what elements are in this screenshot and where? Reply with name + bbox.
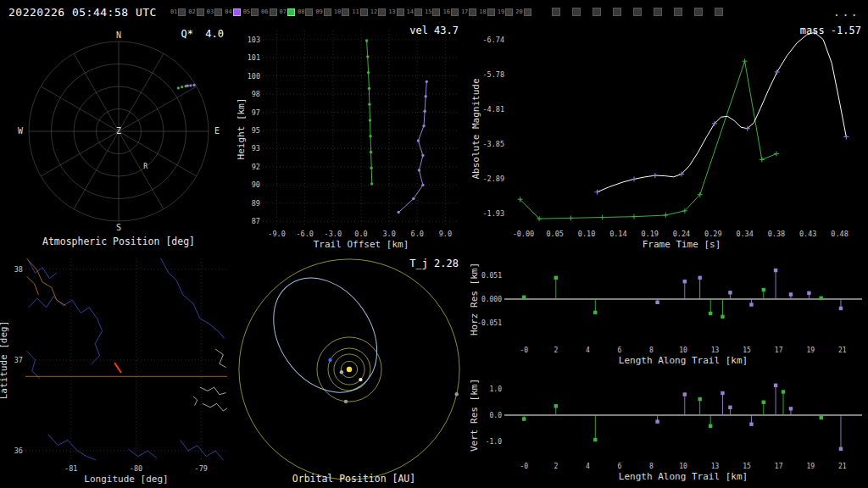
residual-point — [522, 417, 526, 420]
residual-point — [709, 424, 712, 428]
frame-box[interactable] — [397, 8, 404, 16]
x-tick-label: 0.19 — [641, 230, 658, 238]
y-tick-label: 38 — [14, 265, 23, 274]
lightcurve-purple-marker — [843, 135, 849, 140]
y-tick-label: -4.81 — [482, 105, 504, 114]
frame-box[interactable] — [251, 8, 259, 16]
station-purple-point — [189, 84, 192, 86]
x-axis-label: Frame Time [s] — [643, 239, 721, 249]
polar-spoke — [74, 131, 119, 209]
frame-selector-08[interactable]: 08 — [298, 8, 313, 16]
x-tick-label: 0.24 — [673, 230, 690, 238]
magnitude-vs-time-plot: -0.000.050.100.140.190.240.290.340.380.4… — [470, 24, 868, 249]
residual-point — [655, 419, 659, 423]
y-tick-label: 100 — [248, 72, 260, 80]
frame-box-extra[interactable] — [715, 8, 723, 16]
atmospheric-plot-title: Atmospheric Position [deg] — [0, 236, 237, 247]
y-tick-label: 103 — [248, 36, 260, 44]
y-tick-label: 90 — [252, 180, 260, 189]
frame-box-extra[interactable] — [572, 8, 581, 16]
frame-box[interactable] — [378, 8, 386, 16]
frame-box[interactable] — [487, 8, 495, 16]
river — [161, 258, 225, 338]
panel-atmospheric-position: NSEWZR Q* 4.0 Atmospheric Position [deg] — [0, 24, 237, 249]
frame-box[interactable] — [505, 8, 513, 16]
polar-spoke — [119, 53, 164, 131]
frame-box[interactable] — [451, 8, 459, 16]
frame-selector-05[interactable]: 05 — [243, 8, 259, 16]
station-purple-point — [192, 84, 195, 86]
frame-box[interactable] — [360, 8, 368, 16]
frame-box[interactable] — [342, 8, 349, 16]
frame-selector-01[interactable]: 01 — [170, 8, 186, 16]
y-tick-label: -0.051 — [477, 319, 502, 327]
frame-selector-10[interactable]: 10 — [334, 8, 349, 16]
frame-selector-15[interactable]: 15 — [425, 8, 440, 16]
frame-box-extra[interactable] — [593, 8, 601, 16]
x-tick-label: -79 — [195, 464, 208, 473]
frame-box[interactable] — [214, 8, 222, 16]
x-tick-label: 0.38 — [768, 230, 785, 238]
residual-point — [839, 307, 843, 310]
x-tick-label: -81 — [64, 464, 77, 473]
frame-box-extra[interactable] — [552, 8, 560, 16]
panel-light-curve: -0.000.050.100.140.190.240.290.340.380.4… — [470, 24, 868, 249]
frame-selector-04[interactable]: 04 — [225, 8, 240, 16]
residual-point — [721, 315, 724, 319]
residual-point — [789, 407, 793, 410]
frame-selector-07[interactable]: 07 — [280, 8, 295, 16]
x-tick-label: 2 — [554, 347, 558, 354]
frame-number: 14 — [407, 9, 414, 15]
orbital-plot-title: Orbital Position [AU] — [237, 473, 470, 485]
y-tick-label: -2.89 — [482, 175, 504, 183]
frame-selector-03[interactable]: 03 — [207, 8, 222, 16]
residual-point — [683, 392, 687, 396]
residual-point — [721, 391, 724, 395]
x-tick-label: 6.0 — [411, 230, 424, 238]
x-tick-label: -80 — [130, 464, 142, 473]
frame-selector-11[interactable]: 11 — [352, 8, 367, 16]
lake-shore — [193, 396, 198, 406]
frame-box-extra[interactable] — [654, 8, 662, 16]
frame-box[interactable] — [270, 8, 277, 16]
y-tick-label: -3.85 — [482, 140, 504, 148]
residual-point — [522, 296, 526, 299]
frame-box[interactable] — [287, 8, 295, 16]
frame-box[interactable] — [233, 8, 241, 16]
trail-purple-line — [398, 81, 426, 212]
frame-selector-02[interactable]: 02 — [188, 8, 203, 16]
vertical-residuals-plot: -024681013151719211.00.0-1.0Length Along… — [470, 368, 868, 488]
x-tick-label: 13 — [711, 347, 720, 354]
frame-box[interactable] — [524, 8, 531, 16]
frame-selector-09[interactable]: 09 — [315, 8, 331, 16]
frame-box[interactable] — [324, 8, 331, 16]
frame-selector-20[interactable]: 20 — [515, 8, 531, 16]
frame-selector-06[interactable]: 06 — [261, 8, 276, 16]
frame-box[interactable] — [469, 8, 476, 16]
residual-point — [728, 291, 732, 294]
compass-east-label: E — [214, 126, 220, 136]
frame-box-extra[interactable] — [633, 8, 642, 16]
frame-selector-13[interactable]: 13 — [388, 8, 403, 16]
overflow-menu[interactable]: ... — [833, 5, 860, 19]
frame-box-extra[interactable] — [613, 8, 621, 16]
q-reciprocal-label: Q* 4.0 — [181, 28, 224, 40]
trail-green-marker — [365, 39, 368, 42]
residual-point — [728, 406, 732, 409]
frame-box-extra[interactable] — [674, 8, 682, 16]
frame-selector-16[interactable]: 16 — [442, 8, 458, 16]
orbital-position-plot — [237, 250, 470, 488]
frame-selector-14[interactable]: 14 — [407, 8, 422, 16]
frame-selector-17[interactable]: 17 — [461, 8, 476, 16]
frame-box[interactable] — [415, 8, 422, 16]
frame-selector-12[interactable]: 12 — [370, 8, 386, 16]
frame-box[interactable] — [305, 8, 313, 16]
frame-box[interactable] — [197, 8, 204, 16]
frame-box[interactable] — [432, 8, 440, 16]
y-tick-label: 101 — [248, 53, 260, 62]
frame-selector-19[interactable]: 19 — [498, 8, 513, 16]
frame-selector-18[interactable]: 18 — [479, 8, 494, 16]
frame-box[interactable] — [178, 8, 186, 16]
x-tick-label: 15 — [743, 347, 751, 354]
frame-box-extra[interactable] — [694, 8, 703, 16]
